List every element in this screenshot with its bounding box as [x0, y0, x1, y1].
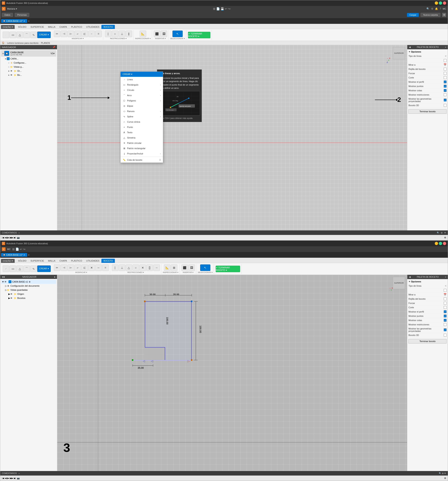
settings-file-icon[interactable]: ⚙	[442, 13, 446, 17]
user-name-bottom[interactable]: MC	[7, 248, 11, 250]
tb-scale-top[interactable]: =	[95, 30, 102, 37]
play-next-btn[interactable]: ▶▶	[10, 236, 13, 239]
corte-checkbox[interactable]	[444, 76, 447, 79]
menu-item-arco[interactable]: ⌒ Arco ›	[120, 93, 163, 98]
play-btn[interactable]: ▶	[7, 236, 9, 239]
tab-chapa-bottom[interactable]: CHAPA	[57, 259, 69, 263]
tb-break-top[interactable]: ⊢	[67, 30, 74, 37]
redo-icon[interactable]: ↪	[228, 7, 231, 10]
menu-item-linea[interactable]: ⟋ Línea	[120, 77, 163, 82]
cara-base-tab-bottom[interactable]: 🔲 CARA BASE v1* ✕	[1, 253, 27, 257]
tb-line-bottom[interactable]: ⟋	[3, 265, 9, 272]
grid-icon-b[interactable]: ⊞	[12, 248, 15, 251]
play-prev-btn[interactable]: ◀	[5, 236, 7, 239]
menu-item-ranura[interactable]: ⬭ Ranura ›	[120, 109, 163, 114]
tab-solido-top[interactable]: SÓLIDO	[16, 25, 29, 29]
tab-solido-bottom[interactable]: SÓLIDO	[16, 259, 29, 263]
cara-base-version[interactable]: V1▾	[51, 52, 55, 55]
terminar-boceto-btn-bottom[interactable]: ✔ TERMINAR BOCETO ▾	[216, 266, 240, 272]
add-tab-bottom[interactable]: +	[28, 253, 30, 256]
tb-r4-top[interactable]: ∥	[126, 30, 132, 37]
tb-tri-bottom[interactable]: △	[16, 265, 23, 272]
crear-dropdown-bottom[interactable]: CREAR ▾	[37, 265, 51, 272]
tb-arc2-bottom[interactable]: ⌒	[23, 265, 30, 272]
nav-item-bocetos[interactable]: ▶ 👁 📁 Bo...	[7, 73, 56, 77]
tb-select-bottom[interactable]: ↖	[200, 264, 210, 271]
rejilla-checkbox-b[interactable]	[444, 297, 447, 300]
nav-item-bocetos-b[interactable]: ▶ 👁 📁 Bocetos	[7, 296, 56, 300]
camera-btn[interactable]: 📷	[17, 236, 20, 239]
nav-expand-b4[interactable]: ▶	[8, 297, 10, 300]
tab-boceto-bottom[interactable]: BOCETO	[101, 259, 115, 263]
zoom-icons-b[interactable]: 🔍 ⊞ 👁	[439, 472, 446, 474]
tb-m4-bottom[interactable]: ⌐	[75, 264, 81, 271]
nav-item-origen-b[interactable]: ▶ 👁 📁 Origen	[7, 292, 56, 296]
tab-boceto-top[interactable]: BOCETO	[101, 25, 115, 29]
menu-item-rectangulo[interactable]: ▭ Rectángulo ›	[120, 82, 163, 87]
play-prev-btn-b[interactable]: ◀	[5, 477, 7, 480]
grid-icon[interactable]: ⊞	[213, 7, 216, 10]
menu-item-simetria[interactable]: △ Simetría	[120, 135, 163, 140]
canvas-area-top[interactable]: SUPERIOR ← X ↑ Y Z 1 2	[57, 45, 407, 240]
mirar-value-b[interactable]: 📅	[443, 293, 447, 296]
palette-options-header-b[interactable]: ▼ Opciones	[409, 280, 447, 283]
mirar-value[interactable]: 📅	[443, 63, 447, 66]
play-start-btn[interactable]: |◀	[2, 236, 4, 239]
close-btn-bottom[interactable]	[443, 242, 446, 245]
nav-item-config-b[interactable]: ▷ ⚙ Configuración del documento	[4, 284, 56, 288]
close-btn-top[interactable]	[443, 1, 446, 5]
nav-settings-b0[interactable]: ⚙	[29, 281, 30, 283]
tb-r1-top[interactable]: |	[105, 30, 111, 37]
undo-icon-b[interactable]: ↩	[20, 248, 22, 251]
tab-plastico-top[interactable]: PLÁSTICO	[69, 25, 84, 29]
tb-ins1-bottom[interactable]: ⬛	[181, 264, 188, 271]
cargar-btn[interactable]: Cargar	[407, 13, 419, 17]
nav-pin-icon[interactable]: 📌	[52, 46, 55, 48]
minimize-btn-top[interactable]	[435, 1, 438, 5]
nueva-carpeta-btn[interactable]: Nueva carpeta	[420, 13, 441, 17]
tb-res3-bottom[interactable]: △	[126, 264, 132, 271]
tb-triangle-top[interactable]: △	[16, 32, 23, 38]
cara-base-nav-item[interactable]: ▶ 🔲 CARA BASE 12:47:45 PM V1▾	[1, 50, 56, 57]
tab-utilidades-top[interactable]: UTILIDADES	[84, 25, 101, 29]
tb-inspect2-bottom[interactable]: ⊞	[171, 264, 177, 271]
nav-expand-b3[interactable]: ▶	[8, 293, 10, 295]
tb-offset-top[interactable]: ⊏	[82, 30, 88, 37]
tb-rect-top[interactable]: ▭	[10, 32, 16, 38]
perfil-checkbox[interactable]: ✓	[444, 81, 447, 83]
menu-item-spline[interactable]: ∿ Spline ›	[120, 114, 163, 119]
nav-expand-b2[interactable]: ▷	[5, 289, 7, 291]
tipo-linea-value-b[interactable]: <	[445, 284, 447, 287]
tb-res2-bottom[interactable]: ⊥	[119, 264, 125, 271]
personas-btn[interactable]: Personas	[15, 13, 29, 17]
perfil-checkbox-b[interactable]: ✓	[444, 310, 447, 313]
tipo-linea-value[interactable]: <	[445, 54, 447, 58]
cara-base-expand[interactable]: ▶	[3, 53, 4, 54]
handle-mid[interactable]: ◁	[151, 359, 153, 363]
view-cube-top[interactable]: SUPERIOR	[393, 47, 405, 59]
grid-icon-top[interactable]: ⊞	[441, 232, 442, 234]
tb-m3-bottom[interactable]: ⊢	[67, 264, 74, 271]
tb-m1-bottom[interactable]: ✂	[54, 264, 60, 271]
tb-select-top[interactable]: ↖	[172, 30, 183, 37]
menu-item-patron-rect[interactable]: ⊞ Patrón rectangular	[120, 146, 163, 151]
view-cube-bottom[interactable]: SUPERIOR	[393, 277, 405, 289]
settings-icon-top[interactable]: ⚙	[431, 7, 433, 10]
nav-item-vistas-b[interactable]: ▷ 📁 Vistas guardadas	[4, 288, 56, 292]
redo-icon-b[interactable]: ↪	[23, 248, 25, 251]
palette-expand-top[interactable]: »	[445, 46, 446, 48]
tab-chapa-top[interactable]: CHAPA	[57, 25, 69, 29]
undo-icon[interactable]: ↩	[225, 7, 227, 10]
tab-plastico-bottom[interactable]: PLÁSTICO	[69, 259, 84, 263]
tb-fillet-top[interactable]: ⌐	[75, 30, 81, 37]
search-icon-top[interactable]: 🔍	[426, 7, 429, 10]
puntos-checkbox-b[interactable]: ✓	[444, 315, 447, 317]
terminar-boceto-right-btn-b[interactable]: Terminar boceto	[409, 339, 447, 344]
tb-insert2-top[interactable]: 🖼	[161, 30, 167, 37]
menu-item-texto[interactable]: A Texto	[120, 130, 163, 135]
play-start-btn-b[interactable]: |◀	[2, 477, 4, 480]
tb-arc-top[interactable]: ⌒	[23, 32, 30, 38]
nav-item-carabase-b[interactable]: ▼ 👁 C CARA BASE v1 ⚙	[1, 280, 56, 284]
tb-ins2-bottom[interactable]: 🖼	[188, 264, 195, 271]
menu-item-circulo[interactable]: ○ Círculo ›	[120, 87, 163, 93]
